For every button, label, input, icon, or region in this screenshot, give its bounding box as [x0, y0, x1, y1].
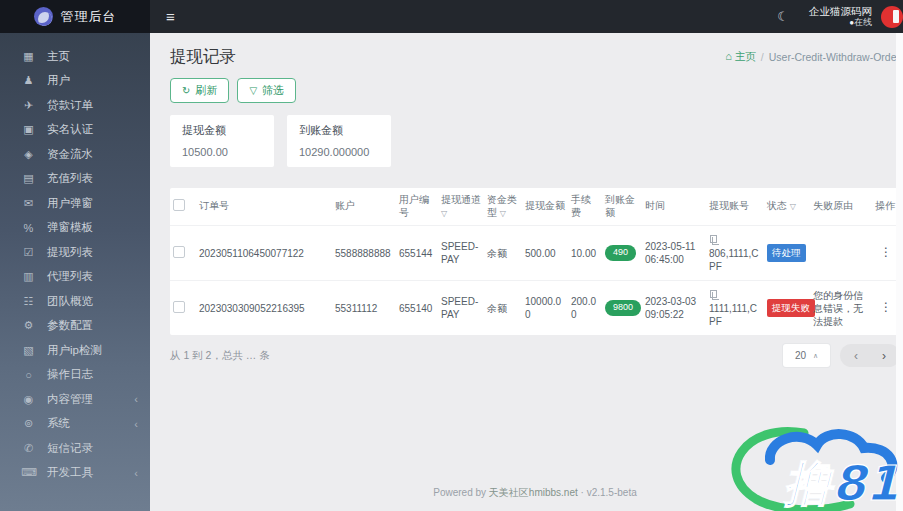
col-status: 状态 ▽ — [764, 188, 810, 226]
cell-user-id: 655140 — [396, 281, 438, 336]
refresh-button[interactable]: ↻ 刷新 — [170, 78, 229, 103]
sidebar: 管理后台 ▦ 主页 ♟ 用户 ✈ 贷款订单 ▣ 实名认证 ◈ 资金流水 ▤ 充值… — [0, 0, 150, 511]
sidebar-item-param-config[interactable]: ⚙ 参数配置 — [0, 314, 150, 339]
sidebar-item-label: 充值列表 — [47, 171, 93, 186]
sidebar-item-popup-template[interactable]: % 弹窗模板 — [0, 216, 150, 241]
sidebar-item-system[interactable]: ⊚ 系统 ‹ — [0, 412, 150, 437]
col-user-id: 用户编号 — [396, 188, 438, 226]
sidebar-item-label: 实名认证 — [47, 122, 93, 137]
avatar[interactable] — [881, 6, 903, 28]
devtools-icon: ⌨ — [21, 466, 36, 479]
popup-icon: ✉ — [21, 197, 36, 210]
cell-withdraw-account: 806,1111,CPF — [706, 226, 764, 281]
sidebar-item-team-overview[interactable]: ☷ 团队概览 — [0, 289, 150, 314]
home-icon: ⌂ — [725, 50, 732, 62]
pagination-info: 从 1 到 2，总共 … 条 — [170, 349, 270, 363]
sidebar-item-users[interactable]: ♟ 用户 — [0, 69, 150, 94]
copy-icon[interactable] — [710, 290, 717, 298]
copy-icon[interactable] — [710, 235, 717, 243]
breadcrumb: ⌂主页 / User-Credit-Withdraw-Order — [725, 50, 900, 64]
sidebar-item-id-verify[interactable]: ▣ 实名认证 — [0, 118, 150, 143]
footer-version: v2.1.5-beta — [587, 487, 637, 498]
pager: ‹ › — [840, 344, 900, 367]
sidebar-item-fund-flow[interactable]: ◈ 资金流水 — [0, 142, 150, 167]
row-actions-menu-icon[interactable]: ⋮ — [875, 245, 897, 261]
gears-icon: ⚙ — [21, 319, 36, 332]
withdraw-icon: ☑ — [21, 246, 36, 259]
col-fund-type: 资金类型 ▽ — [484, 188, 522, 226]
footer: Powered by 天美社区hmibbs.net · v2.1.5-beta — [170, 486, 900, 505]
select-all-checkbox[interactable] — [173, 199, 185, 211]
scrollbar-track[interactable] — [896, 33, 903, 511]
community-link[interactable]: 天美社区hmibbs.net — [489, 487, 578, 498]
cell-time: 2023-03-0309:05:22 — [642, 281, 706, 336]
system-icon: ⊚ — [21, 417, 36, 430]
stat-label: 提现金额 — [182, 123, 262, 138]
sidebar-item-label: 操作日志 — [47, 367, 93, 382]
breadcrumb-home-link[interactable]: ⌂主页 — [725, 50, 756, 64]
prev-page-button[interactable]: ‹ — [842, 349, 870, 363]
page-head: 提现记录 ⌂主页 / User-Credit-Withdraw-Order — [170, 46, 900, 68]
status-badge: 待处理 — [767, 244, 806, 261]
row-checkbox[interactable] — [173, 246, 185, 258]
app-window: 管理后台 ▦ 主页 ♟ 用户 ✈ 贷款订单 ▣ 实名认证 ◈ 资金流水 ▤ 充值… — [0, 0, 903, 511]
username: 企业猫源码网 — [809, 5, 872, 17]
filter-button[interactable]: ▽ 筛选 — [237, 78, 296, 103]
status-badge: 提现失败 — [767, 299, 815, 316]
table-row: 2023051106450077122 5588888888 655144 SP… — [170, 226, 900, 281]
sidebar-item-label: 系统 — [47, 416, 70, 431]
sidebar-item-op-log[interactable]: ○ 操作日志 — [0, 363, 150, 388]
dark-mode-moon-icon[interactable]: ☾ — [777, 9, 789, 24]
row-actions-menu-icon[interactable]: ⋮ — [875, 300, 897, 316]
cell-user-id: 655144 — [396, 226, 438, 281]
toolbar: ↻ 刷新 ▽ 筛选 — [170, 78, 900, 103]
sidebar-item-label: 贷款订单 — [47, 98, 93, 113]
stat-cards: 提现金额 10500.00 到账金额 10290.000000 — [170, 115, 900, 167]
cell-order-no: 2023030309052216395 — [196, 281, 332, 336]
user-icon: ♟ — [21, 74, 36, 87]
sidebar-item-withdraw-list[interactable]: ☑ 提现列表 — [0, 240, 150, 265]
user-menu[interactable]: 企业猫源码网 ●在线 — [809, 5, 872, 28]
breadcrumb-separator: / — [761, 51, 764, 63]
footer-separator: · — [581, 487, 584, 498]
row-checkbox[interactable] — [173, 301, 185, 313]
withdraw-table: 订单号 账户 用户编号 提现通道 ▽ 资金类型 ▽ 提现金额 手续费 到账金额 … — [170, 188, 900, 335]
sidebar-item-home[interactable]: ▦ 主页 — [0, 44, 150, 69]
id-card-icon: ▣ — [21, 123, 36, 136]
cell-account: 5588888888 — [332, 226, 396, 281]
sidebar-item-loan-orders[interactable]: ✈ 贷款订单 — [0, 93, 150, 118]
filter-funnel-icon[interactable]: ▽ — [790, 202, 796, 211]
logo-bar: 管理后台 — [0, 0, 150, 33]
sidebar-item-label: 短信记录 — [47, 441, 93, 456]
sidebar-item-sms-log[interactable]: ✆ 短信记录 — [0, 436, 150, 461]
caret-up-icon: ∧ — [813, 352, 818, 360]
sidebar-item-label: 用户弹窗 — [47, 196, 93, 211]
stat-card-arrival-amount: 到账金额 10290.000000 — [287, 115, 391, 167]
col-fee: 手续费 — [568, 188, 602, 226]
page-size-select[interactable]: 20 ∧ — [783, 344, 830, 367]
filter-funnel-icon[interactable]: ▽ — [500, 209, 506, 218]
cell-amount: 500.00 — [522, 226, 568, 281]
col-amount: 提现金额 — [522, 188, 568, 226]
cell-status: 待处理 — [764, 226, 810, 281]
cell-fee: 10.00 — [568, 226, 602, 281]
hamburger-menu-icon[interactable]: ≡ — [166, 8, 175, 25]
stat-value: 10500.00 — [182, 146, 262, 158]
sidebar-item-recharge-list[interactable]: ▤ 充值列表 — [0, 167, 150, 192]
col-withdraw-account: 提现账号 — [706, 188, 764, 226]
log-icon: ○ — [21, 369, 36, 381]
breadcrumb-current: User-Credit-Withdraw-Order — [769, 51, 900, 63]
recharge-icon: ▤ — [21, 172, 36, 185]
pagination-controls: 20 ∧ ‹ › — [783, 344, 900, 367]
sidebar-item-label: 开发工具 — [47, 465, 93, 480]
sidebar-item-devtools[interactable]: ⌨ 开发工具 ‹ — [0, 461, 150, 486]
main-area: ≡ ☾ 企业猫源码网 ●在线 提现记录 ⌂主页 / User-Credit-Wi… — [150, 0, 903, 511]
sidebar-item-user-popup[interactable]: ✉ 用户弹窗 — [0, 191, 150, 216]
sidebar-item-label: 用户 — [47, 73, 70, 88]
next-page-button[interactable]: › — [870, 349, 898, 363]
sidebar-item-ip-check[interactable]: ▧ 用户ip检测 — [0, 338, 150, 363]
filter-funnel-icon[interactable]: ▽ — [441, 209, 447, 218]
cell-status: 提现失败 — [764, 281, 810, 336]
sidebar-item-content-mgmt[interactable]: ◉ 内容管理 ‹ — [0, 387, 150, 412]
sidebar-item-agent-list[interactable]: ▥ 代理列表 — [0, 265, 150, 290]
